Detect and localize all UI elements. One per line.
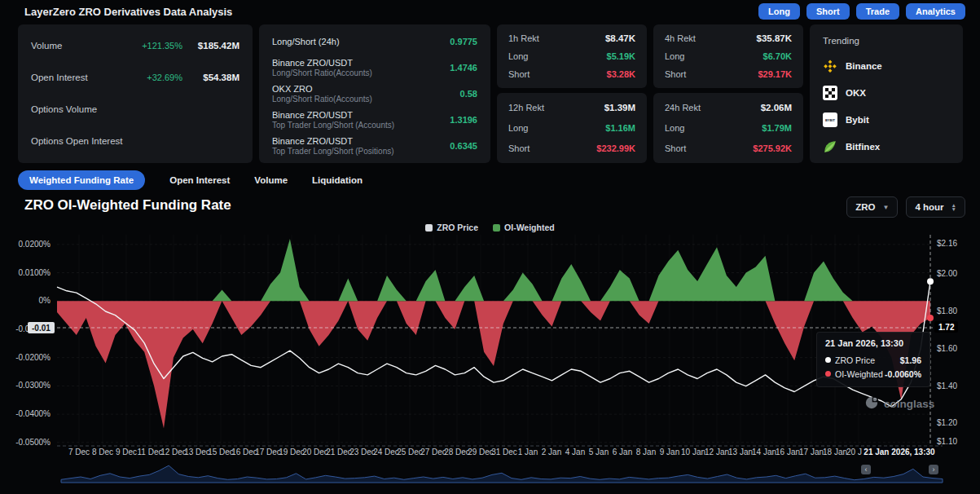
tab-liquidation[interactable]: Liquidation [312,175,363,185]
rekt-label: Long [508,51,528,61]
rekt-label: Short [508,143,530,153]
series-dot-icon [825,357,831,363]
market-stats-card: Volume+121.35%$185.42MOpen Interest+32.6… [18,24,253,163]
trending-card: Trending BinanceOKXBYBITBybitBitfinex [810,24,963,163]
coinglass-watermark: coinglass [865,396,934,411]
svg-text:12 Dec: 12 Dec [160,448,187,457]
svg-text:8 Jan: 8 Jan [636,448,656,457]
legend-label: ZRO Price [437,223,478,232]
svg-text:24 Dec: 24 Dec [373,448,399,457]
svg-text:9 Dec: 9 Dec [116,448,137,457]
binance-logo-icon [823,59,837,73]
svg-text:28 Dec: 28 Dec [444,448,470,457]
rekt-row: Long$5.19K [497,47,647,65]
navigator-handle-left[interactable]: ‹ [861,465,871,474]
svg-text:10 Jan: 10 Jan [681,448,705,457]
svg-text:5 Jan: 5 Jan [589,448,609,457]
rekt-row: Short$275.92K [653,138,803,158]
ratio-labels: Binance ZRO/USDTTop Trader Long/Short (A… [272,110,394,130]
trending-item-bitfinex[interactable]: Bitfinex [823,133,950,160]
svg-text:1 Jan: 1 Jan [518,448,538,457]
legend-item-zro-price[interactable]: ZRO Price [425,223,478,232]
chart-controls: ZRO ▼ 4 hour ▲▼ [846,196,965,218]
trending-item-binance[interactable]: Binance [823,52,950,79]
up-down-arrows-icon: ▲▼ [951,203,956,212]
svg-text:12 Jan: 12 Jan [705,448,729,457]
ratio-labels: Binance ZRO/USDTTop Trader Long/Short (P… [272,136,394,156]
svg-text:$1.20: $1.20 [937,418,957,427]
svg-text:14 Jan: 14 Jan [752,448,776,457]
rekt-row: Long$1.79M [653,118,803,139]
rekt-value: $2.06M [761,103,792,112]
rekt-row: Short$3.28K [497,65,647,83]
stats-value: $54.38M [194,73,240,82]
rekt-value: $6.70K [763,51,792,61]
trending-title: Trending [823,36,950,46]
trade-button[interactable]: Trade [856,3,899,20]
rekt-label: Short [665,143,686,153]
trending-item-name: Bitfinex [846,142,880,152]
svg-text:0%: 0% [39,296,51,305]
svg-text:9 Jan: 9 Jan [660,448,679,457]
rekt-row: Short$29.17K [653,65,803,83]
legend-item-oi-weighted[interactable]: OI-Weighted [493,223,555,232]
tab-volume[interactable]: Volume [254,175,288,185]
stats-values: +32.69%$54.38M [147,73,240,82]
rekt-value: $29.17K [758,69,792,79]
trending-item-bybit[interactable]: BYBITBybit [823,106,950,133]
stats-row-options-volume: Options Volume [18,93,253,125]
ratio-value: 1.3196 [450,115,477,125]
symbol-select[interactable]: ZRO ▼ [846,196,898,218]
rekt-row: 4h Rekt$35.87K [653,29,803,47]
legend-swatch [425,224,433,232]
svg-text:-0.0200%: -0.0200% [15,353,51,362]
svg-text:0.0200%: 0.0200% [19,240,51,249]
analytics-button[interactable]: Analytics [906,3,965,20]
ratio-title: Binance ZRO/USDT [272,110,394,120]
ratio-title: Binance ZRO/USDT [272,58,372,68]
svg-text:21 Dec: 21 Dec [326,448,352,457]
rekt-value: $5.19K [607,51,635,61]
ratio-labels: Long/Short (24h) [272,37,340,46]
bitfinex-logo-icon [823,139,837,154]
svg-text:$1.40: $1.40 [937,382,957,390]
tab-open-interest[interactable]: Open Interest [169,175,230,185]
chevron-down-icon: ▼ [883,204,890,211]
stats-value: $185.42M [194,41,240,51]
tooltip-row-oi-weighted: OI-Weighted-0.0060% [825,367,921,381]
rekt-value: $1.16M [605,123,635,133]
svg-text:19 Dec: 19 Dec [279,448,305,457]
rekt-row: 1h Rekt$8.47K [497,29,647,47]
ratio-subtitle: Long/Short Ratio(Accounts) [272,95,372,104]
navigator-handle-right[interactable]: › [929,465,938,474]
tab-weighted-funding-rate[interactable]: Weighted Funding Rate [18,170,145,190]
stats-label: Options Open Interest [31,136,123,146]
ratio-title: Binance ZRO/USDT [272,136,394,146]
rekt-row: Short$232.99K [497,138,647,158]
rekt-card-4h-rekt: 4h Rekt$35.87KLong$6.70KShort$29.17K [653,24,803,88]
tooltip-title: 21 Jan 2026, 13:30 [825,338,921,348]
interval-select[interactable]: 4 hour ▲▼ [906,196,965,218]
stats-row-volume: Volume+121.35%$185.42M [18,29,253,61]
bybit-logo-icon: BYBIT [823,112,837,127]
svg-text:11 Dec: 11 Dec [138,448,163,457]
short-button[interactable]: Short [806,3,850,20]
rekt-label: Long [665,51,684,61]
rekt-value: $8.47K [605,33,635,43]
stats-change: +32.69% [147,73,182,82]
trending-item-name: Binance [846,61,882,71]
rekt-label: Long [665,123,684,133]
long-button[interactable]: Long [758,3,800,20]
ratio-subtitle: Top Trader Long/Short (Accounts) [272,121,394,130]
svg-text:18 Jan: 18 Jan [823,448,847,457]
svg-text:31 Dec: 31 Dec [491,448,517,457]
svg-text:20 Dec: 20 Dec [302,448,328,457]
derivatives-dashboard: LayerZero ZRO Derivatives Data Analysis … [0,0,980,494]
ratio-value: 1.4746 [450,63,477,73]
ratio-title: OKX ZRO [272,84,372,94]
crosshair-y-label-left: -0.01 [28,322,55,333]
trending-item-okx[interactable]: OKX [823,79,950,106]
crosshair-y-label-right: 1.72 [934,321,958,333]
svg-text:$2.16: $2.16 [937,239,957,248]
rekt-card-1h-rekt: 1h Rekt$8.47KLong$5.19KShort$3.28K [497,24,647,88]
